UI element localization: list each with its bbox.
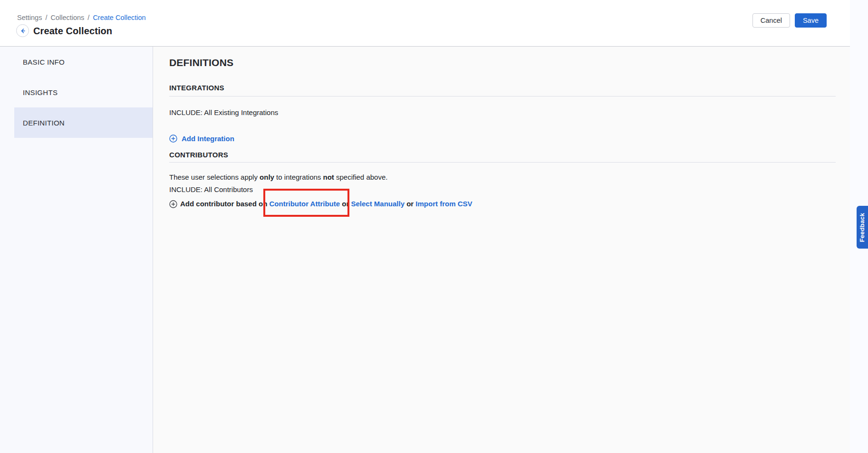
page-title: Create Collection xyxy=(33,25,112,37)
add-integration-label: Add Integration xyxy=(182,135,234,143)
main-panel: DEFINITIONS INTEGRATIONS INCLUDE: All Ex… xyxy=(153,47,850,453)
note-text: to integrations xyxy=(274,173,323,181)
cancel-button[interactable]: Cancel xyxy=(752,13,790,28)
add-contributor-prefix: Add contributor based on xyxy=(180,199,270,209)
contributors-section-header: CONTRIBUTORS xyxy=(169,151,836,163)
plus-circle-icon xyxy=(169,135,177,143)
note-bold-only: only xyxy=(260,173,274,181)
feedback-label: Feedback xyxy=(859,212,866,242)
breadcrumb-item-settings[interactable]: Settings xyxy=(17,14,42,21)
add-integration-link[interactable]: Add Integration xyxy=(169,134,234,143)
note-text: specified above. xyxy=(334,173,388,181)
feedback-tab[interactable]: Feedback xyxy=(857,206,868,249)
sidebar-item-label: BASIC INFO xyxy=(23,58,65,66)
header-actions: Cancel Save xyxy=(752,13,827,28)
definitions-heading: DEFINITIONS xyxy=(169,57,836,69)
import-from-csv-link[interactable]: Import from CSV xyxy=(415,199,472,209)
add-contributor-row: Add contributor based on Contributor Att… xyxy=(169,199,836,209)
breadcrumb-item-create-collection[interactable]: Create Collection xyxy=(93,14,145,21)
breadcrumb-separator: / xyxy=(87,14,89,21)
contributor-attribute-link[interactable]: Contributor Attribute xyxy=(270,200,340,208)
arrow-left-icon xyxy=(19,28,26,34)
contributor-attribute-wrapper: Contributor Attribute xyxy=(270,199,340,209)
breadcrumb: Settings/Collections/Create Collection xyxy=(17,13,146,22)
sidebar-nav: BASIC INFO INSIGHTS DEFINITION xyxy=(0,47,153,453)
sidebar-item-label: DEFINITION xyxy=(23,119,65,127)
or-text: or xyxy=(340,199,351,209)
breadcrumb-separator: / xyxy=(45,14,47,21)
sidebar-item-label: INSIGHTS xyxy=(23,88,58,96)
or-text: or xyxy=(405,199,415,209)
note-text: These user selections apply xyxy=(169,173,260,181)
contributors-include-text: INCLUDE: All Contributors xyxy=(169,185,836,194)
title-row: Create Collection xyxy=(16,24,112,37)
page-header: Settings/Collections/Create Collection C… xyxy=(0,0,850,47)
note-bold-not: not xyxy=(323,173,334,181)
sidebar-item-basic-info[interactable]: BASIC INFO xyxy=(14,47,153,77)
content-area: BASIC INFO INSIGHTS DEFINITION DEFINITIO… xyxy=(0,47,868,453)
integrations-include-text: INCLUDE: All Existing Integrations xyxy=(169,108,836,117)
plus-circle-icon xyxy=(169,200,177,208)
integrations-section-header: INTEGRATIONS xyxy=(169,84,836,96)
select-manually-link[interactable]: Select Manually xyxy=(351,199,405,209)
sidebar-item-insights[interactable]: INSIGHTS xyxy=(14,77,153,107)
breadcrumb-item-collections[interactable]: Collections xyxy=(50,14,84,21)
sidebar-item-definition[interactable]: DEFINITION xyxy=(14,107,153,138)
right-gutter xyxy=(850,47,868,453)
contributors-note: These user selections apply only to inte… xyxy=(169,173,836,182)
save-button[interactable]: Save xyxy=(795,13,827,28)
back-button[interactable] xyxy=(16,24,29,37)
